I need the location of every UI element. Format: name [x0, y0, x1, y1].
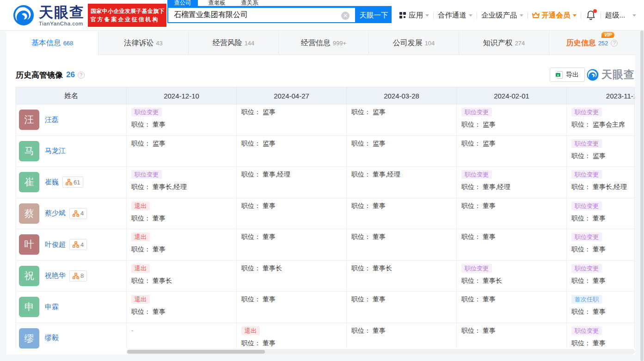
- position-text: 职位： 监事: [241, 140, 342, 148]
- position-cell: -: [127, 323, 237, 349]
- position-text: 职位： 董事: [571, 245, 635, 254]
- person-name-link[interactable]: 缪毅: [45, 334, 59, 343]
- column-header: 姓名: [16, 87, 127, 104]
- tab-公司发展[interactable]: 公司发展104: [368, 31, 459, 55]
- clear-icon[interactable]: ✕: [341, 12, 350, 20]
- logo-domain: TianYanCha.com: [39, 21, 85, 26]
- person-name-link[interactable]: 祝艳华: [45, 271, 66, 280]
- person-name-link[interactable]: 马龙江: [45, 147, 66, 155]
- excel-icon: x: [556, 71, 563, 79]
- avatar: 申: [19, 297, 39, 317]
- position-cell: 职位变更职位： 董事: [567, 229, 635, 261]
- search-tab-查关系[interactable]: 查关系: [234, 0, 265, 6]
- tab-知识产权[interactable]: 知识产权274: [459, 31, 549, 55]
- tab-基本信息[interactable]: 基本信息668: [6, 31, 98, 55]
- person-name-link[interactable]: 崔巍: [45, 178, 59, 187]
- table-row: 缪缪毅-退出职位： 董事职位： 董事职位： 董事职位变更职位： 董事: [16, 323, 635, 349]
- help-icon[interactable]: ?: [78, 72, 85, 79]
- search-tab-查老板[interactable]: 查老板: [202, 0, 232, 6]
- position-text: 职位： 董事: [241, 233, 342, 241]
- status-badge: 职位变更: [571, 139, 602, 148]
- person-name-link[interactable]: 叶俊超: [45, 240, 66, 249]
- nav-enterprise[interactable]: 企业级产品: [481, 11, 523, 20]
- position-cell: 职位： 董事: [347, 292, 457, 323]
- divider: [601, 12, 601, 19]
- position-cell: 职位变更职位： 董事: [127, 104, 237, 136]
- position-text: 职位： 董事: [131, 245, 232, 254]
- status-badge: 职位变更: [461, 108, 492, 116]
- position-cell: 职位变更职位： 董事,经理: [457, 167, 567, 198]
- table-row: 祝祝艳华8退出职位： 董事长职位： 董事长职位： 董事长职位变更职位： 董事长职…: [16, 260, 635, 292]
- status-badge: 退出: [131, 295, 150, 304]
- position-cell: 职位变更职位： 董事长,经理: [127, 167, 237, 198]
- relations-badge[interactable]: 4: [69, 239, 87, 250]
- column-header: 2024-02-01: [457, 87, 567, 104]
- name-cell: 蔡蔡少斌4: [16, 198, 127, 229]
- relations-badge[interactable]: 8: [69, 270, 87, 281]
- column-header: 2024-12-10: [127, 87, 237, 104]
- tab-label: 经营信息: [301, 38, 331, 48]
- position-cell: 职位： 监事: [237, 104, 347, 136]
- help-icon[interactable]: ?: [611, 40, 618, 47]
- name-cell: 叶叶俊超4: [16, 229, 127, 261]
- position-text: 职位： 董事长,经理: [131, 183, 232, 191]
- name-cell: 申申霖: [16, 292, 127, 323]
- horizontal-scrollbar[interactable]: [126, 349, 635, 355]
- position-text: 职位： 董事: [351, 202, 452, 210]
- position-text: 职位： 董事: [461, 202, 562, 210]
- search-tab-查公司[interactable]: 查公司: [167, 0, 198, 6]
- position-text: 职位： 董事长: [241, 264, 342, 273]
- nav-super[interactable]: 超级...: [605, 11, 637, 20]
- tab-count: 104: [425, 40, 435, 47]
- tianyancha-watermark: 天眼查: [587, 67, 635, 82]
- table-row: 马马龙江职位： 监事职位： 监事职位： 监事职位： 监事职位变更职位： 监事: [16, 135, 635, 167]
- position-cell: 职位： 董事: [237, 292, 347, 323]
- search-input[interactable]: 石榴置业集团有限公司 ✕: [167, 7, 356, 23]
- chevron-down-icon: [632, 14, 636, 17]
- export-button[interactable]: x 导出: [550, 67, 585, 82]
- relations-badge[interactable]: 61: [62, 177, 83, 188]
- position-cell: 职位变更职位： 董事长: [457, 260, 567, 292]
- tab-法律诉讼[interactable]: 法律诉讼43: [98, 31, 188, 55]
- column-header: 2024-03-28: [347, 87, 457, 104]
- nav-membership[interactable]: 开通会员: [532, 11, 577, 20]
- tianyancha-logo[interactable]: 天眼查 TianYanCha.com: [13, 5, 85, 26]
- vertical-scrollbar[interactable]: [640, 31, 644, 361]
- status-badge: 职位变更: [461, 170, 492, 179]
- position-text: 职位： 董事: [571, 214, 635, 223]
- chevron-down-icon: [469, 14, 472, 17]
- position-text: 职位： 董事长: [131, 277, 232, 285]
- tab-经营风险[interactable]: 经营风险144: [188, 31, 278, 55]
- person-name-link[interactable]: 申霖: [45, 303, 59, 312]
- horizontal-scrollbar-thumb[interactable]: [127, 350, 265, 354]
- position-cell: 退出职位： 董事: [127, 292, 237, 323]
- position-text: 职位： 监事: [571, 152, 635, 160]
- relations-badge[interactable]: 4: [69, 208, 87, 219]
- position-text: 职位： 董事长: [461, 277, 562, 285]
- search-button[interactable]: 天眼一下: [356, 7, 392, 23]
- divider: [477, 12, 477, 19]
- search-type-tabs: 查公司查老板查关系: [167, 0, 267, 6]
- top-navigation: 应用 合作通道 企业级产品 开通会员 超级...: [399, 0, 636, 31]
- position-text: 职位： 董事: [571, 277, 635, 285]
- position-text: 职位： 董事: [241, 339, 342, 348]
- notification-bell[interactable]: [586, 10, 595, 20]
- position-cell: 退出职位： 董事: [127, 198, 237, 229]
- position-text: 职位： 董事: [461, 327, 562, 335]
- person-name-link[interactable]: 蔡少斌: [45, 209, 66, 218]
- column-header: 2024-04-27: [237, 87, 347, 104]
- tab-历史信息[interactable]: 历史信息252VIP?: [549, 31, 635, 55]
- position-cell: 职位： 董事: [347, 323, 457, 349]
- status-badge: 职位变更: [131, 170, 162, 179]
- status-badge: 退出: [131, 264, 150, 273]
- status-badge: 职位变更: [571, 108, 602, 116]
- table-row: 蔡蔡少斌4退出职位： 董事职位： 董事职位： 董事职位： 董事职位变更职位： 董…: [16, 198, 635, 229]
- position-cell: 职位： 董事: [347, 229, 457, 261]
- nav-app[interactable]: 应用: [399, 11, 429, 20]
- svg-text:x: x: [557, 73, 559, 76]
- status-badge: 首次任职: [571, 295, 602, 304]
- nav-cooperation[interactable]: 合作通道: [438, 11, 472, 20]
- app-grid-icon: [399, 12, 406, 18]
- person-name-link[interactable]: 汪磊: [45, 116, 59, 124]
- tab-经营信息[interactable]: 经营信息999+: [278, 31, 368, 55]
